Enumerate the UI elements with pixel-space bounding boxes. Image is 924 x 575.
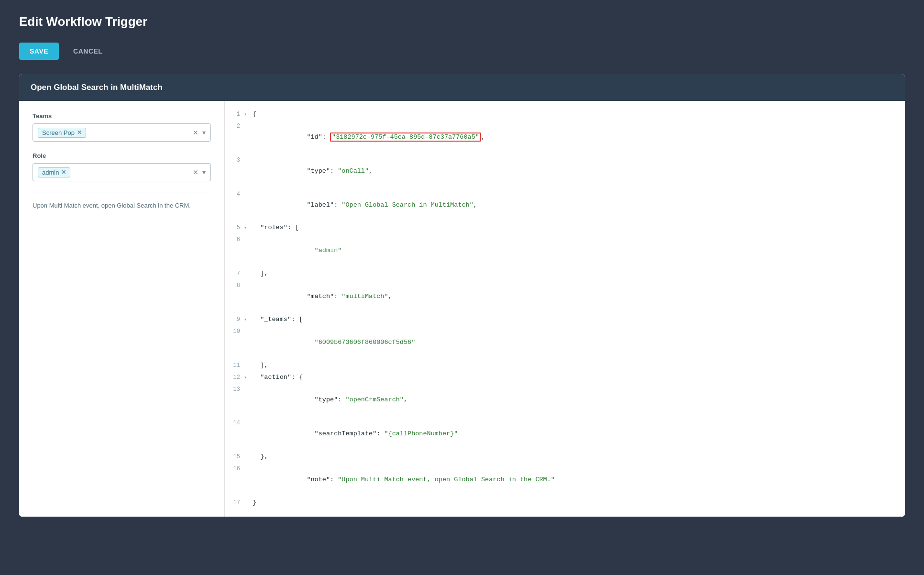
teams-field-group: Teams Screen Pop ✕ ✕ ▾ [33,112,211,142]
code-line-15: 15 }, [225,451,905,463]
code-line-9: 9 ▾ "_teams": [ [225,314,905,326]
code-line-11: 11 ], [225,360,905,372]
save-button[interactable]: SAVE [19,43,59,60]
code-line-17: 17 } [225,497,905,509]
code-line-8: 8 "match": "multiMatch", [225,280,905,314]
admin-tag-label: admin [42,169,59,176]
teams-controls: ✕ ▾ [193,129,206,136]
page-title: Edit Workflow Trigger [19,14,905,29]
code-line-13: 13 "type": "openCrmSearch", [225,384,905,418]
role-controls: ✕ ▾ [193,168,206,176]
admin-tag[interactable]: admin ✕ [38,167,70,177]
card-header-title: Open Global Search in MultiMatch [31,83,163,92]
teams-input[interactable]: Screen Pop ✕ ✕ ▾ [33,123,211,142]
left-panel: Teams Screen Pop ✕ ✕ ▾ Role [19,101,225,517]
role-dropdown-icon[interactable]: ▾ [202,168,206,176]
code-editor[interactable]: 1 ▾ { 2 "id": "3182972c-975f-45ca-895d-8… [225,109,905,509]
code-line-14: 14 "searchTemplate": "{callPhoneNumber}" [225,417,905,451]
card-header: Open Global Search in MultiMatch [19,74,905,101]
role-tags: admin ✕ [38,167,193,177]
teams-clear-icon[interactable]: ✕ [193,129,198,136]
card-body: Teams Screen Pop ✕ ✕ ▾ Role [19,101,905,517]
cancel-button[interactable]: CANCEL [68,43,107,60]
code-line-3: 3 "type": "onCall", [225,155,905,188]
code-line-10: 10 "6009b673606f860006cf5d56" [225,326,905,360]
role-field-group: Role admin ✕ ✕ ▾ [33,152,211,181]
code-line-5: 5 ▾ "roles": [ [225,222,905,234]
screen-pop-tag-close[interactable]: ✕ [77,129,82,136]
toolbar: SAVE CANCEL [19,43,905,60]
code-line-4: 4 "label": "Open Global Search in MultiM… [225,188,905,222]
admin-tag-close[interactable]: ✕ [61,169,66,176]
workflow-card: Open Global Search in MultiMatch Teams S… [19,74,905,517]
code-line-6: 6 "admin" [225,234,905,268]
description-text: Upon Multi Match event, open Global Sear… [33,192,211,211]
teams-label: Teams [33,112,211,120]
code-line-7: 7 ], [225,268,905,280]
screen-pop-tag-label: Screen Pop [42,129,75,136]
code-line-2: 2 "id": "3182972c-975f-45ca-895d-87c37a7… [225,121,905,155]
role-label: Role [33,152,211,159]
code-line-16: 16 "note": "Upon Multi Match event, open… [225,463,905,497]
role-clear-icon[interactable]: ✕ [193,168,198,176]
role-input[interactable]: admin ✕ ✕ ▾ [33,163,211,181]
code-line-12: 12 ▾ "action": { [225,372,905,384]
code-line-1: 1 ▾ { [225,109,905,121]
screen-pop-tag[interactable]: Screen Pop ✕ [38,128,86,138]
teams-dropdown-icon[interactable]: ▾ [202,129,206,136]
json-editor-panel[interactable]: 1 ▾ { 2 "id": "3182972c-975f-45ca-895d-8… [225,101,905,517]
teams-tags: Screen Pop ✕ [38,128,193,138]
